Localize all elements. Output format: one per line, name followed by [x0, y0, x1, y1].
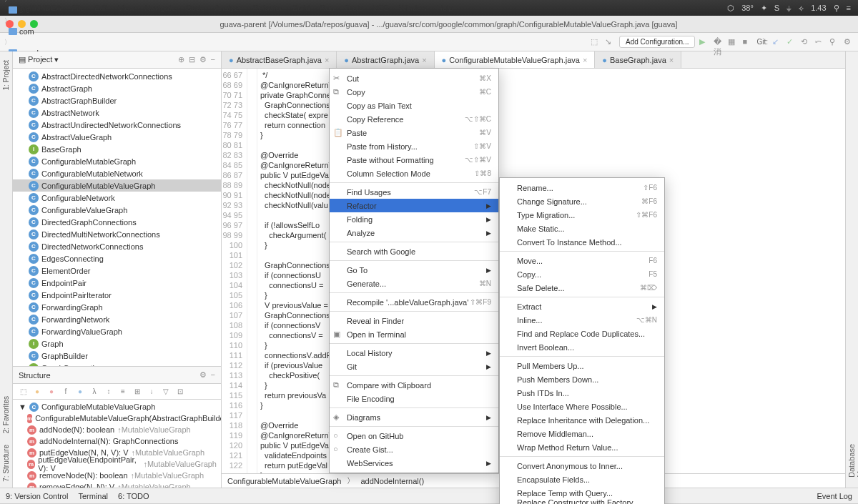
- vcs-update-icon[interactable]: ↙: [772, 37, 782, 47]
- menu-icon[interactable]: ≡: [847, 4, 851, 12]
- menu-item-type-migration-[interactable]: Type Migration...⇧⌘F6: [500, 208, 664, 222]
- editor-tab[interactable]: ●BaseGraph.java×: [595, 51, 681, 68]
- menu-item-move-[interactable]: Move...F6: [500, 254, 664, 267]
- vcs-commit-icon[interactable]: ✓: [786, 37, 797, 47]
- run-icon[interactable]: ▶: [699, 37, 709, 47]
- tree-item[interactable]: CElementOrder: [13, 265, 221, 277]
- tree-item[interactable]: CConfigurableValueGraph: [13, 204, 221, 216]
- menu-item-find-usages[interactable]: Find Usages⌥F7: [330, 185, 498, 199]
- menu-item-push-members-down-[interactable]: Push Members Down...: [500, 372, 664, 386]
- tree-item[interactable]: CAbstractValueGraph: [13, 131, 221, 143]
- menu-item-compare-with-clipboard[interactable]: ⧉Compare with Clipboard: [330, 378, 498, 392]
- tree-item[interactable]: CEndpointPair: [13, 277, 221, 289]
- structure-item[interactable]: mputEdgeValue(EndpointPair, V): V↑Mutabl…: [17, 458, 217, 470]
- menu-item-copy-[interactable]: Copy...F5: [500, 267, 664, 281]
- menu-item-copy-reference[interactable]: Copy Reference⌥⇧⌘C: [330, 112, 498, 126]
- menu-item-paste[interactable]: 📋Paste⌘V: [330, 126, 498, 139]
- menu-item-search-with-google[interactable]: Search with Google: [330, 244, 498, 258]
- menu-item-reveal-in-finder[interactable]: Reveal in Finder: [330, 314, 498, 327]
- menu-item-find-and-replace-code-duplicates-[interactable]: Find and Replace Code Duplicates...: [500, 327, 664, 340]
- menu-item-generate-[interactable]: Generate...⌘N: [330, 277, 498, 290]
- menu-item-rename-[interactable]: Rename...⇧F6: [500, 181, 664, 194]
- search-icon[interactable]: ⚲: [829, 37, 839, 47]
- menu-build[interactable]: Build: [292, 4, 310, 12]
- menu-item-replace-inheritance-with-delegation-[interactable]: Replace Inheritance with Delegation...: [500, 413, 664, 427]
- marker-gutter[interactable]: [247, 69, 257, 473]
- tree-item[interactable]: CAbstractNetwork: [13, 107, 221, 119]
- tree-item[interactable]: CGraphBuilder: [13, 350, 221, 362]
- version-control-tab[interactable]: 9: Version Control: [6, 492, 68, 500]
- project-tree[interactable]: CAbstractDirectedNetworkConnectionsCAbst…: [13, 69, 221, 366]
- breadcrumb-item[interactable]: com: [4, 26, 137, 37]
- tree-item[interactable]: CDirectedGraphConnections: [13, 216, 221, 228]
- menu-item-git[interactable]: Git▶: [330, 360, 498, 373]
- menu-item-column-selection-mode[interactable]: Column Selection Mode⇧⌘8: [330, 167, 498, 180]
- tree-item[interactable]: CConfigurableMutableGraph: [13, 155, 221, 167]
- menu-item-webservices[interactable]: WebServices▶: [330, 456, 498, 470]
- menu-item-copy[interactable]: ⧉Copy⌘C: [330, 85, 498, 99]
- menu-item-recompile-ablevaluegraph-java-[interactable]: Recompile '...ableValueGraph.java'⇧⌘F9: [330, 295, 498, 309]
- project-tool-tab[interactable]: 1: Project: [1, 54, 11, 96]
- structure-item[interactable]: mremoveEdge(N, N): V↑MutableValueGraph: [17, 481, 217, 488]
- structure-tree[interactable]: ▼CConfigurableMutableValueGraph mConfigu…: [13, 400, 221, 488]
- menu-help[interactable]: Help: [437, 4, 453, 12]
- editor-tab[interactable]: ●ConfigurableMutableValueGraph.java×: [435, 51, 596, 68]
- menu-item-safe-delete-[interactable]: Safe Delete...⌘⌦: [500, 281, 664, 295]
- run-config-button[interactable]: Add Configuration...: [619, 36, 695, 48]
- database-tool-tab[interactable]: Database: [847, 56, 856, 483]
- tree-item[interactable]: IGraph: [13, 337, 221, 350]
- tree-item[interactable]: CAbstractGraphBuilder: [13, 94, 221, 107]
- menu-item-paste-from-history-[interactable]: Paste from History...⇧⌘V: [330, 139, 498, 153]
- menu-window[interactable]: Window: [399, 4, 427, 12]
- menu-item-diagrams[interactable]: ◈Diagrams▶: [330, 410, 498, 424]
- tree-item[interactable]: CConfigurableNetwork: [13, 192, 221, 204]
- menu-item-extract[interactable]: Extract▶: [500, 300, 664, 313]
- tree-item[interactable]: CConfigurableMutableNetwork: [13, 167, 221, 179]
- collapse-icon[interactable]: ⊟: [189, 55, 195, 64]
- structure-tool-tab[interactable]: 7: Structure: [1, 439, 11, 488]
- panel-settings-icon[interactable]: ⚙: [199, 370, 207, 380]
- tree-item[interactable]: IBaseGraph: [13, 143, 221, 155]
- panel-settings-icon[interactable]: ⚙: [199, 55, 207, 64]
- menu-item-change-signature-[interactable]: Change Signature...⌘F6: [500, 194, 664, 208]
- menu-item-inline-[interactable]: Inline...⌥⌘N: [500, 313, 664, 327]
- menu-item-use-interface-where-possible-[interactable]: Use Interface Where Possible...: [500, 400, 664, 413]
- menu-item-refactor[interactable]: Refactor▶: [330, 199, 498, 212]
- menu-run[interactable]: Run: [320, 4, 334, 12]
- tree-item[interactable]: CEndpointPairIterator: [13, 289, 221, 301]
- spotlight-icon[interactable]: ⚲: [834, 4, 839, 13]
- menu-item-open-in-terminal[interactable]: ▣Open in Terminal: [330, 327, 498, 341]
- tree-item[interactable]: CForwardingValueGraph: [13, 325, 221, 337]
- hide-panel-icon[interactable]: −: [211, 370, 215, 380]
- structure-item[interactable]: maddNode(N): boolean↑MutableValueGraph: [17, 424, 217, 435]
- menu-item-go-to[interactable]: Go To▶: [330, 263, 498, 277]
- menu-item-open-on-github[interactable]: ○Open on GitHub: [330, 429, 498, 443]
- coverage-icon[interactable]: ▦: [728, 37, 738, 47]
- project-view-select[interactable]: ▤ Project ▾: [19, 55, 59, 64]
- menu-refactor[interactable]: Refactor: [252, 4, 282, 12]
- menu-item-paste-without-formatting[interactable]: Paste without Formatting⌥⇧⌘V: [330, 153, 498, 167]
- favorites-tool-tab[interactable]: 2: Favorites: [1, 390, 11, 439]
- menu-analyze[interactable]: Analyze: [214, 4, 242, 12]
- tree-item[interactable]: CAbstractGraph: [13, 82, 221, 94]
- editor-context-menu[interactable]: ✂Cut⌘X⧉Copy⌘CCopy as Plain TextCopy Refe…: [329, 68, 499, 473]
- tree-item[interactable]: CForwardingGraph: [13, 301, 221, 313]
- editor-tab[interactable]: ●AbstractGraph.java×: [337, 51, 434, 68]
- breadcrumb-item[interactable]: src: [4, 4, 137, 16]
- vcs-history-icon[interactable]: ⟲: [801, 37, 811, 47]
- hide-panel-icon[interactable]: −: [211, 55, 215, 64]
- debug-icon[interactable]: �消: [714, 37, 724, 47]
- menu-item-replace-constructor-with-factory-method-[interactable]: Replace Constructor with Factory Method.…: [500, 500, 664, 504]
- menu-item-copy-as-plain-text[interactable]: Copy as Plain Text: [330, 99, 498, 112]
- tree-item[interactable]: CDirectedNetworkConnections: [13, 240, 221, 252]
- tree-item[interactable]: CDirectedMultiNetworkConnections: [13, 228, 221, 240]
- structure-item[interactable]: mremoveNode(N): boolean↑MutableValueGrap…: [17, 470, 217, 481]
- vcs-revert-icon[interactable]: ⤺: [815, 37, 825, 47]
- scroll-from-source-icon[interactable]: ⊕: [178, 55, 184, 64]
- menu-vcs[interactable]: VCS: [373, 4, 389, 12]
- tree-item[interactable]: CConfigurableMutableValueGraph: [13, 179, 221, 192]
- settings-icon[interactable]: ⚙: [844, 37, 854, 47]
- event-log-tab[interactable]: Event Log: [817, 492, 852, 500]
- structure-item[interactable]: mConfigurableMutableValueGraph(AbstractG…: [17, 412, 217, 424]
- tree-item[interactable]: CAbstractDirectedNetworkConnections: [13, 70, 221, 82]
